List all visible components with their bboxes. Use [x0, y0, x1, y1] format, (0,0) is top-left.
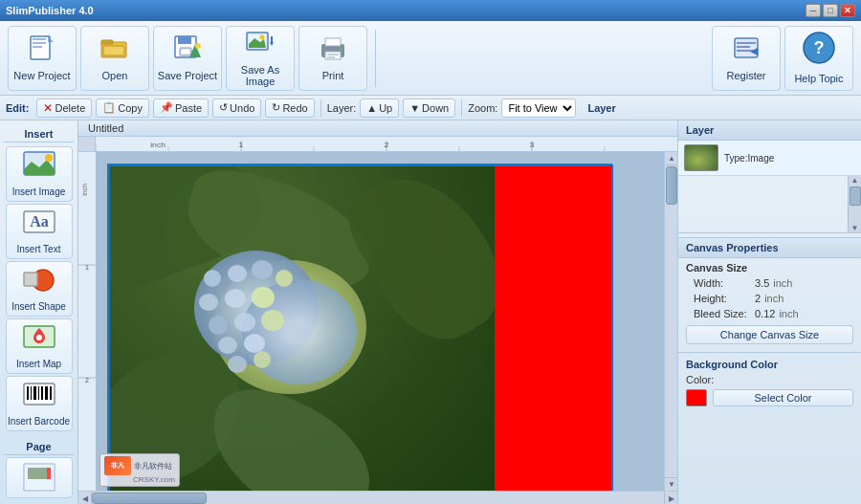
- help-topic-label: Help Topic: [794, 73, 843, 84]
- horizontal-scrollbar[interactable]: ◀ ▶: [78, 491, 677, 504]
- ruler-corner: [78, 137, 96, 152]
- insert-map-button[interactable]: Insert Map: [6, 318, 73, 374]
- print-icon: [318, 34, 348, 66]
- redo-button[interactable]: ↻ Redo: [265, 99, 314, 118]
- register-button[interactable]: Register: [712, 26, 781, 91]
- layer-item[interactable]: Type:Image: [678, 141, 861, 176]
- svg-point-41: [36, 335, 42, 340]
- svg-point-17: [260, 35, 265, 40]
- svg-rect-43: [27, 386, 29, 400]
- svg-rect-23: [327, 54, 339, 55]
- svg-text:?: ?: [814, 38, 825, 57]
- svg-rect-28: [737, 46, 750, 48]
- ruler-row: inch 1 2 3: [78, 137, 677, 152]
- insert-barcode-button[interactable]: Insert Barcode: [6, 376, 73, 431]
- svg-rect-24: [327, 56, 335, 58]
- help-topic-button[interactable]: ? Help Topic: [784, 26, 853, 91]
- svg-text:2: 2: [85, 377, 89, 383]
- svg-rect-1: [33, 38, 46, 40]
- svg-text:3: 3: [530, 140, 535, 149]
- insert-image-button[interactable]: Insert Image: [6, 146, 73, 202]
- register-icon: [731, 34, 762, 66]
- down-button[interactable]: ▼ Down: [403, 99, 455, 118]
- save-project-icon: [172, 34, 203, 66]
- help-icon: ?: [803, 32, 835, 69]
- insert-text-label: Insert Text: [17, 244, 61, 254]
- new-project-button[interactable]: New Project: [8, 26, 77, 91]
- delete-icon: ✕: [43, 101, 53, 115]
- close-button[interactable]: ✕: [840, 4, 855, 17]
- layer-type: Type:Image: [724, 153, 774, 164]
- edit-separator-2: [461, 99, 462, 117]
- save-project-button[interactable]: Save Project: [153, 26, 222, 91]
- zoom-label: Zoom:: [468, 102, 497, 114]
- paste-label: Paste: [175, 102, 202, 114]
- svg-rect-53: [47, 468, 51, 479]
- insert-text-icon: Aa: [22, 208, 56, 242]
- up-icon: ▲: [366, 102, 377, 114]
- change-canvas-button[interactable]: Change Canvas Size: [686, 325, 853, 344]
- svg-rect-6: [101, 40, 113, 44]
- delete-button[interactable]: ✕ Delete: [36, 99, 92, 118]
- insert-map-label: Insert Map: [16, 359, 61, 369]
- svg-rect-9: [178, 36, 191, 44]
- scrollbar-thumb-h[interactable]: [92, 493, 207, 504]
- edit-label: Edit:: [6, 102, 29, 114]
- paste-icon: 📌: [160, 101, 173, 114]
- bleed-row: Bleed Size: 0.12 inch: [678, 306, 861, 321]
- print-button[interactable]: Print: [298, 26, 367, 91]
- svg-marker-18: [270, 42, 274, 46]
- canvas-image: [108, 164, 496, 491]
- svg-rect-11: [182, 50, 189, 54]
- app-title: SlimPublisher 4.0: [6, 5, 94, 16]
- svg-rect-48: [45, 386, 48, 400]
- svg-rect-47: [41, 386, 43, 400]
- redo-icon: ↻: [272, 101, 280, 114]
- scrollbar-thumb-v[interactable]: [666, 166, 677, 205]
- horizontal-ruler: inch 1 2 3: [96, 137, 677, 152]
- select-color-button[interactable]: Select Color: [713, 389, 853, 406]
- window-controls: ─ □ ✕: [806, 4, 855, 17]
- svg-text:inch: inch: [150, 140, 166, 149]
- undo-button[interactable]: ↺ Undo: [212, 99, 261, 118]
- svg-text:2: 2: [385, 140, 389, 149]
- svg-text:Aa: Aa: [30, 213, 49, 230]
- insert-image-icon: [22, 150, 56, 185]
- open-icon: [99, 34, 130, 66]
- page-item[interactable]: [6, 457, 73, 498]
- save-as-image-button[interactable]: Save As Image: [226, 26, 295, 91]
- print-label: Print: [322, 70, 344, 81]
- layer-label: Layer:: [327, 102, 357, 114]
- edit-bar: Edit: ✕ Delete 📋 Copy 📌 Paste ↺ Undo ↻ R…: [0, 96, 861, 121]
- insert-barcode-icon: [22, 380, 56, 414]
- down-label: Down: [422, 102, 449, 114]
- up-button[interactable]: ▲ Up: [360, 99, 399, 118]
- insert-text-button[interactable]: Aa Insert Text: [6, 204, 73, 259]
- minimize-button[interactable]: ─: [806, 4, 821, 17]
- zoom-select[interactable]: Fit to View 25% 50% 75% 100%: [501, 99, 576, 118]
- redo-label: Redo: [282, 102, 307, 114]
- svg-rect-49: [50, 386, 52, 400]
- new-project-icon: [27, 34, 57, 66]
- undo-label: Undo: [230, 102, 254, 114]
- svg-rect-19: [271, 36, 273, 42]
- svg-rect-21: [325, 38, 341, 46]
- vertical-scrollbar[interactable]: ▲ ▼: [664, 152, 677, 491]
- svg-rect-52: [28, 468, 47, 479]
- height-label: Height:: [694, 293, 751, 304]
- height-unit: inch: [764, 293, 784, 304]
- open-button[interactable]: Open: [80, 26, 149, 91]
- svg-point-35: [45, 154, 53, 162]
- canvas-scroll-area[interactable]: 非凡 非凡软件站 CRSKY.com: [96, 152, 664, 491]
- insert-shape-icon: [22, 265, 56, 299]
- maximize-button[interactable]: □: [823, 4, 838, 17]
- svg-rect-67: [78, 152, 96, 491]
- paste-button[interactable]: 📌 Paste: [153, 99, 209, 118]
- width-label: Width:: [694, 277, 751, 289]
- insert-section-label: Insert: [4, 126, 74, 142]
- svg-rect-45: [33, 386, 36, 400]
- insert-shape-button[interactable]: Insert Shape: [6, 261, 73, 317]
- watermark-url: CRSKY.com: [104, 475, 175, 484]
- copy-button[interactable]: 📋 Copy: [96, 99, 149, 118]
- insert-map-icon: [22, 322, 56, 357]
